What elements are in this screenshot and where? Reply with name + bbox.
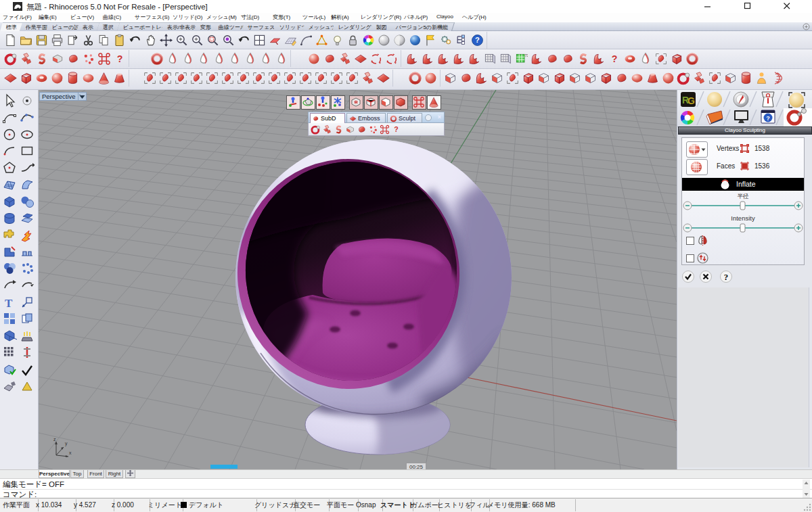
svg-text:G: G xyxy=(687,95,695,106)
svg-text:T: T xyxy=(5,297,13,310)
svg-text:z: z xyxy=(53,437,56,442)
svg-text:y: y xyxy=(65,441,68,446)
svg-text:?: ? xyxy=(766,115,770,122)
svg-text:x: x xyxy=(69,450,72,455)
svg-text:?: ? xyxy=(724,272,729,282)
